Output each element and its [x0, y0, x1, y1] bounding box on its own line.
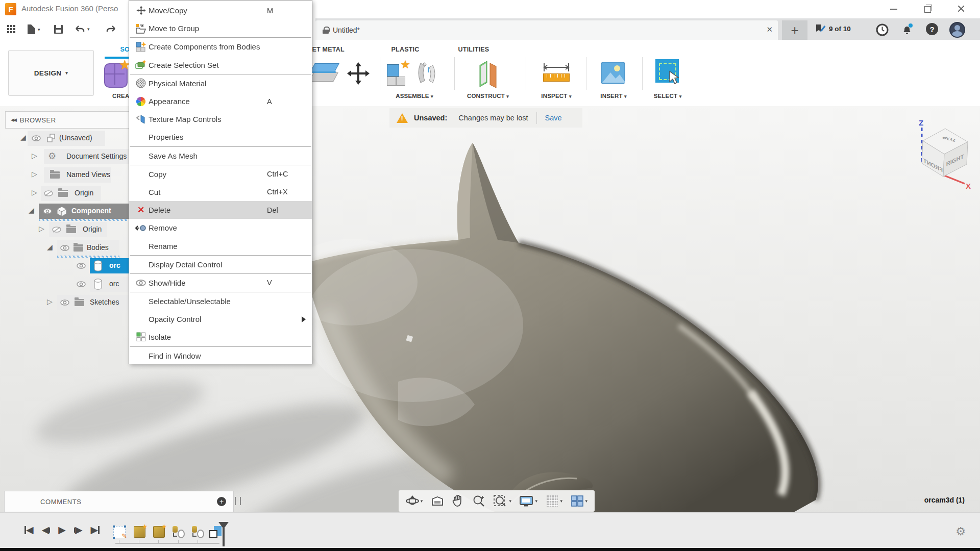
save-link[interactable]: Save	[545, 114, 562, 122]
go-to-start-button[interactable]: ◀	[24, 524, 34, 536]
joint-button[interactable]	[413, 60, 440, 90]
minimize-button[interactable]	[888, 5, 899, 13]
menu-item-show-hide[interactable]: Show/Hide V	[129, 274, 312, 292]
new-design-button[interactable]: ▾	[28, 24, 40, 34]
job-status-button[interactable]: 9 of 10	[815, 23, 851, 34]
visibility-eye-off-icon[interactable]	[52, 227, 61, 233]
comments-panel[interactable]: COMMENTS +	[4, 491, 234, 512]
timeline-track[interactable]	[115, 543, 219, 544]
collapse-panel-icon[interactable]: ◀◀	[11, 117, 16, 122]
close-button[interactable]	[955, 5, 967, 13]
collapsed-arrow-icon[interactable]: ▷	[32, 188, 37, 196]
restore-button[interactable]	[922, 5, 933, 13]
panel-resize-handle[interactable]	[235, 497, 241, 505]
menu-item-create-components-from-bodies[interactable]: Create Components from Bodies	[129, 38, 312, 56]
fit-button[interactable]: ▾	[493, 494, 511, 508]
select-button[interactable]	[655, 59, 681, 87]
visibility-eye-icon[interactable]	[60, 245, 69, 251]
help-button[interactable]: ?	[926, 23, 938, 35]
visibility-eye-off-icon[interactable]	[44, 190, 53, 196]
menu-item-texture-map-controls[interactable]: Texture Map Controls	[129, 110, 312, 128]
add-comment-icon[interactable]: +	[217, 497, 226, 506]
move-copy-button[interactable]	[345, 60, 372, 89]
pan-button[interactable]	[452, 494, 464, 508]
row-label[interactable]: Document Settings	[66, 152, 127, 160]
display-settings-button[interactable]: ▾	[519, 495, 537, 507]
go-to-end-button[interactable]: ▶	[91, 524, 100, 536]
menu-item-rename[interactable]: Rename	[129, 237, 312, 255]
menu-item-appearance[interactable]: Appearance A	[129, 92, 312, 110]
job-history-button[interactable]	[876, 23, 889, 38]
new-component-button[interactable]: ★	[386, 60, 408, 87]
group-label-construct[interactable]: CONSTRUCT ▾	[458, 93, 518, 99]
row-label[interactable]: Bodies	[87, 243, 109, 252]
construct-plane-button[interactable]	[475, 58, 503, 92]
menu-item-selectable-unselectable[interactable]: Selectable/Unselectable	[129, 292, 312, 310]
group-label-select[interactable]: SELECT ▾	[644, 93, 691, 99]
row-label[interactable]: Origin	[83, 225, 102, 233]
create-form-button[interactable]: ★	[103, 59, 130, 89]
expanded-arrow-icon[interactable]: ◢	[47, 243, 53, 251]
viewports-button[interactable]: ▾	[571, 495, 588, 507]
orbit-button[interactable]: ▾	[406, 494, 423, 508]
menu-item-physical-material[interactable]: Physical Material	[129, 74, 312, 92]
menu-item-display-detail-control[interactable]: Display Detail Control	[129, 256, 312, 273]
step-back-button[interactable]: ◀	[42, 524, 51, 536]
timeline-settings-button[interactable]: ⚙	[955, 525, 966, 538]
app-grid-button[interactable]	[7, 25, 15, 35]
play-button[interactable]: ▶	[58, 524, 66, 536]
collapsed-arrow-icon[interactable]: ▷	[32, 170, 37, 178]
look-at-button[interactable]	[431, 495, 444, 507]
expanded-arrow-icon[interactable]: ◢	[20, 133, 26, 141]
row-label[interactable]: Component	[71, 207, 111, 215]
expanded-arrow-icon[interactable]: ◢	[29, 206, 34, 214]
menu-item-properties[interactable]: Properties	[129, 128, 312, 146]
row-label[interactable]: Origin	[75, 189, 93, 197]
menu-item-isolate[interactable]: Isolate	[129, 328, 312, 346]
timeline-position-marker[interactable]	[218, 522, 229, 531]
document-tab-close-button[interactable]: ✕	[766, 25, 773, 34]
timeline-form-feature[interactable]	[134, 526, 145, 540]
row-label[interactable]: Sketches	[90, 298, 119, 306]
step-forward-button[interactable]: ▶	[74, 524, 83, 536]
menu-item-find-in-window[interactable]: Find in Window	[129, 347, 312, 365]
avatar[interactable]	[949, 22, 965, 38]
collapsed-arrow-icon[interactable]: ▷	[47, 297, 53, 306]
visibility-eye-icon[interactable]	[43, 208, 52, 214]
group-label-insert[interactable]: INSERT ▾	[588, 93, 639, 99]
tab-utilities[interactable]: UTILITIES	[447, 46, 500, 53]
design-workspace-selector[interactable]: DESIGN ▾	[8, 50, 94, 96]
timeline-sketch-feature[interactable]: ✎	[113, 526, 126, 540]
collapsed-arrow-icon[interactable]: ▷	[39, 224, 44, 233]
row-label[interactable]: orc	[109, 280, 119, 288]
group-label-inspect[interactable]: INSPECT ▾	[529, 93, 584, 99]
grid-button[interactable]: ▾	[546, 494, 563, 508]
visibility-eye-icon[interactable]	[77, 263, 86, 269]
zoom-button[interactable]	[472, 494, 485, 508]
menu-item-save-as-mesh[interactable]: Save As Mesh	[129, 147, 312, 165]
menu-item-move-to-group[interactable]: Move to Group	[129, 19, 312, 37]
menu-item-cut[interactable]: Cut Ctrl+X	[129, 183, 312, 201]
insert-image-button[interactable]	[600, 60, 626, 88]
notifications-button[interactable]	[900, 23, 914, 38]
tab-plastic[interactable]: PLASTIC	[379, 46, 432, 53]
new-tab-button[interactable]: +	[782, 20, 807, 40]
menu-item-remove[interactable]: Remove	[129, 219, 312, 237]
menu-item-create-selection-set[interactable]: Create Selection Set	[129, 56, 312, 74]
visibility-eye-icon[interactable]	[60, 299, 69, 306]
visibility-eye-icon[interactable]	[32, 135, 41, 141]
row-label[interactable]: (Unsaved)	[59, 134, 92, 142]
document-tab[interactable]: Untitled* ✕	[315, 20, 778, 40]
redo-button[interactable]	[106, 24, 116, 36]
collapsed-arrow-icon[interactable]: ▷	[32, 152, 37, 160]
timeline-form-feature[interactable]	[153, 526, 165, 540]
timeline-hide-feature[interactable]	[173, 526, 185, 540]
flange-button[interactable]	[309, 62, 337, 87]
row-label[interactable]: Named Views	[66, 170, 110, 179]
undo-button[interactable]: ▾	[75, 24, 90, 34]
save-button[interactable]	[54, 25, 63, 36]
menu-item-copy[interactable]: Copy Ctrl+C	[129, 165, 312, 183]
timeline-hide-feature[interactable]	[192, 526, 204, 540]
measure-button[interactable]	[542, 62, 571, 88]
menu-item-move-copy[interactable]: Move/Copy M	[129, 2, 312, 19]
